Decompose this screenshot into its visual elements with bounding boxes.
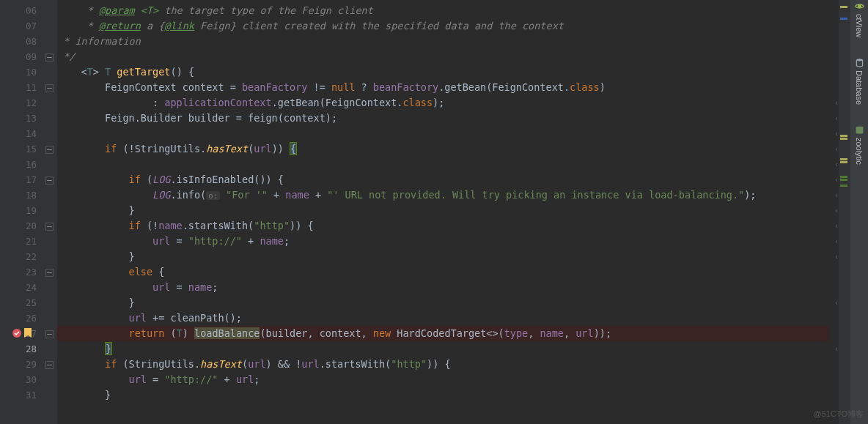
stripe-mark[interactable] — [840, 135, 847, 137]
keyword: new — [373, 327, 397, 339]
svg-rect-21 — [856, 127, 863, 134]
line-number[interactable]: 13 — [0, 111, 41, 126]
line-number[interactable]: 21 — [0, 234, 41, 249]
line-number[interactable]: 08 — [0, 34, 41, 49]
field-ref: name — [540, 327, 564, 339]
code-text: != — [307, 81, 331, 93]
stripe-mark[interactable] — [840, 18, 847, 20]
code-text: ( — [147, 174, 152, 185]
line-number[interactable]: 23 — [0, 264, 41, 280]
line-number[interactable]: 06 — [0, 3, 41, 18]
right-toolwindow-bar[interactable]: ctView Database zoolytic — [850, 0, 868, 424]
toolwindow-tab-zoolytic[interactable]: zoolytic — [855, 125, 864, 165]
toolwindow-tab-database[interactable]: Database — [855, 58, 864, 105]
stripe-mark[interactable] — [840, 158, 847, 160]
fold-toggle[interactable] — [44, 329, 54, 339]
line-number[interactable]: 16 — [0, 157, 41, 172]
brace: { — [158, 266, 164, 278]
code-text: ) — [600, 81, 606, 93]
javadoc-tag: @link — [164, 20, 194, 31]
field-ref: name — [188, 281, 213, 293]
stripe-mark[interactable] — [840, 179, 847, 181]
fold-toggle[interactable] — [44, 267, 54, 278]
javadoc-text: a { — [141, 20, 165, 31]
code-text: ( — [242, 358, 248, 370]
brace: } — [129, 250, 135, 262]
code-text: = — [147, 373, 164, 385]
fold-toggle[interactable] — [44, 221, 54, 231]
line-number[interactable]: 20 — [0, 218, 41, 234]
field-ref: url — [236, 373, 254, 385]
code-text: ); — [744, 189, 756, 201]
toolwindow-tab-ctview[interactable]: ctView — [855, 1, 864, 37]
line-number[interactable]: 10 — [0, 64, 41, 80]
breakpoint-line[interactable]: return (T) loadBalance(builder, context,… — [57, 326, 828, 341]
line-number[interactable]: 22 — [0, 249, 41, 264]
method-call: loadBalance — [194, 327, 260, 339]
line-number[interactable]: 15 — [0, 141, 41, 157]
stripe-mark[interactable] — [840, 161, 847, 163]
javadoc-text: Feign} client created with the specified… — [194, 20, 564, 31]
fold-toggle[interactable] — [44, 83, 54, 93]
field-ref: beanFactory — [242, 81, 307, 93]
tab-label: zoolytic — [855, 138, 864, 165]
code-text: .getBean(FeignContext. — [272, 97, 403, 108]
fold-toggle[interactable] — [44, 175, 54, 185]
database-icon — [855, 58, 864, 67]
stripe-mark[interactable] — [840, 6, 847, 8]
code-text: : — [152, 97, 164, 108]
svg-point-20 — [856, 59, 862, 61]
line-number[interactable]: 12 — [0, 95, 41, 111]
code-text: .getBean(FeignContext. — [438, 81, 570, 93]
string: "' URL not provided. Will try picking an… — [327, 189, 744, 201]
code-text: , — [564, 327, 575, 339]
keyword: return — [129, 327, 171, 339]
field-ref: type — [504, 327, 529, 339]
stripe-mark[interactable] — [840, 138, 847, 140]
code-text: (builder, context, — [260, 327, 372, 339]
fold-toggle[interactable] — [44, 52, 54, 62]
line-number[interactable]: 14 — [0, 126, 41, 141]
stripe-mark[interactable] — [840, 185, 847, 187]
line-number[interactable]: 29 — [0, 357, 41, 372]
line-number[interactable]: 19 — [0, 203, 41, 218]
field-ref: beanFactory — [373, 81, 438, 93]
line-number[interactable]: 11 — [0, 80, 41, 95]
line-number[interactable]: 26 — [0, 310, 41, 326]
type-param: T — [177, 327, 183, 339]
line-number[interactable]: 07 — [0, 18, 41, 34]
line-number[interactable]: 25 — [0, 295, 41, 310]
line-number[interactable]: 18 — [0, 187, 41, 203]
inline-fold-column[interactable]: ‹‹‹‹‹‹‹‹‹‹‹‹‹ — [828, 0, 839, 424]
brace: } — [129, 297, 135, 308]
field-ref: url — [152, 281, 170, 293]
keyword: if — [129, 220, 147, 231]
bookmark-icon[interactable] — [23, 328, 32, 338]
type-param: T — [87, 66, 93, 78]
code-text: )) — [272, 143, 290, 155]
line-number[interactable]: 30 — [0, 372, 41, 387]
line-number[interactable]: 24 — [0, 280, 41, 295]
keyword: if — [105, 143, 122, 155]
javadoc-close: */ — [57, 51, 75, 62]
breakpoint-icon[interactable] — [12, 328, 22, 338]
stripe-mark[interactable] — [840, 176, 847, 178]
code-editor[interactable]: * @param <T> the target type of the Feig… — [57, 0, 828, 424]
fold-toggle[interactable] — [44, 360, 54, 370]
gutter[interactable]: 0607080910111213141516171819202122232425… — [0, 0, 41, 424]
string: "http://" — [188, 235, 242, 247]
keyword: if — [105, 358, 122, 370]
line-number[interactable]: 31 — [0, 387, 41, 403]
fold-strip[interactable] — [41, 0, 57, 424]
line-number[interactable]: 28 — [0, 341, 41, 357]
fold-toggle[interactable] — [44, 144, 54, 155]
static-method: hasText — [206, 143, 248, 155]
angle: > — [93, 66, 105, 78]
code-text: Feign.Builder builder = feign(context); — [105, 112, 337, 124]
field-ref: url — [129, 312, 147, 324]
error-stripe[interactable] — [839, 0, 850, 424]
parens: () { — [171, 66, 195, 78]
line-number[interactable]: 17 — [0, 172, 41, 187]
param-hint: o: — [206, 191, 220, 200]
line-number[interactable]: 09 — [0, 49, 41, 64]
